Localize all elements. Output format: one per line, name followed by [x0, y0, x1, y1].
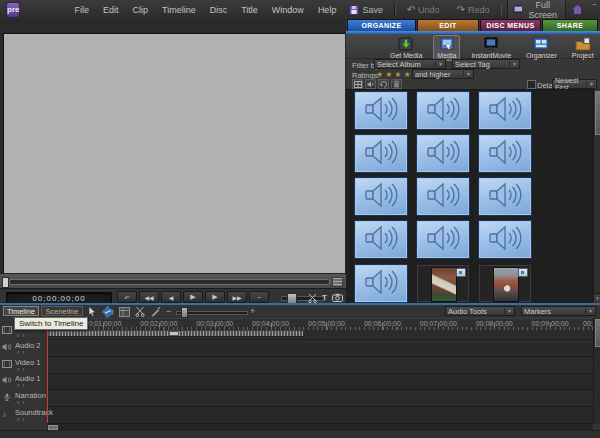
audio-clip-thumbnail[interactable]	[355, 265, 407, 302]
audio-clip-thumbnail[interactable]	[355, 135, 407, 172]
tab-organize[interactable]: ORGANIZE	[347, 19, 416, 31]
track-collapse-arrows[interactable]: ‹›	[17, 399, 28, 406]
step-forward-button[interactable]: ▶	[205, 291, 225, 303]
menu-item-edit[interactable]: Edit	[96, 5, 126, 15]
audio-clip-thumbnail[interactable]	[417, 92, 469, 129]
menu-bar: pre FileEditClipTimelineDiscTitleWindowH…	[0, 0, 600, 20]
markers-dropdown[interactable]: Markers ▼	[521, 306, 596, 316]
speaker-icon	[424, 181, 462, 212]
zoom-in-icon[interactable]: +	[250, 306, 255, 316]
menu-item-clip[interactable]: Clip	[125, 5, 155, 15]
marker-widget[interactable]	[332, 277, 343, 287]
time-stretch-tool-icon[interactable]	[102, 306, 114, 318]
audio-tools-dropdown[interactable]: Audio Tools ▼	[445, 306, 515, 316]
scrollbar-thumb[interactable]	[595, 91, 600, 135]
audio-preview-button[interactable]	[365, 79, 376, 89]
audio-clip-thumbnail[interactable]	[355, 178, 407, 215]
app-item-media[interactable]: Media	[433, 35, 460, 61]
window-controls: − □ ×	[592, 0, 600, 9]
delete-button[interactable]	[391, 79, 402, 89]
toolbar-separator	[501, 4, 503, 16]
monitor-panel: 00;00;00;00 ↶◀◀◀▶▶▶▶~ T	[0, 19, 346, 305]
split-clip-tool-icon[interactable]	[135, 306, 145, 317]
work-area-bar[interactable]	[47, 330, 303, 337]
star-icon[interactable]: ★	[376, 70, 383, 79]
undo-button[interactable]: ↶ Undo	[401, 3, 446, 16]
split-clip-icon[interactable]	[308, 293, 317, 303]
track-collapse-arrows[interactable]: ‹›	[17, 349, 28, 356]
media-grid-scrollbar[interactable]: ▾	[593, 89, 600, 302]
step-back-button[interactable]: ◀	[161, 291, 181, 303]
work-area-grip[interactable]	[169, 331, 179, 336]
play-button[interactable]: ▶	[183, 291, 203, 303]
timeline-zoom-handle[interactable]	[181, 307, 188, 318]
thumbnail-view-button[interactable]	[352, 79, 363, 89]
scrollbar-thumb[interactable]	[595, 319, 600, 347]
tab-edit[interactable]: EDIT	[417, 19, 479, 31]
track-collapse-arrows[interactable]: ‹›	[17, 332, 28, 339]
audio-clip-thumbnail[interactable]	[479, 135, 531, 172]
app-item-get-media[interactable]: Get Media	[386, 35, 426, 61]
audio-clip-thumbnail[interactable]	[479, 221, 531, 258]
menu-item-disc[interactable]: Disc	[203, 5, 235, 15]
audio-clip-thumbnail[interactable]	[479, 178, 531, 215]
app-item-instantmovie[interactable]: InstantMovie	[467, 35, 515, 61]
track-collapse-arrows[interactable]: ‹›	[17, 366, 28, 373]
track-collapse-arrows[interactable]: ‹›	[17, 416, 28, 423]
shuttle-mode-button[interactable]: ~	[249, 291, 269, 303]
app-item-project[interactable]: Project	[568, 35, 598, 61]
track-collapse-arrows[interactable]: ‹›	[17, 382, 28, 389]
photo-thumbnail[interactable]	[417, 265, 469, 302]
add-text-icon[interactable]: T	[322, 293, 327, 302]
chevron-down-icon: ▼	[463, 71, 471, 77]
timeline-tracks-area[interactable]	[47, 330, 594, 423]
timeline-tools	[88, 306, 161, 317]
task-panel-tabs: ORGANIZEEDITDISC MENUSSHARE	[347, 19, 599, 31]
rewind-button[interactable]: ◀◀	[139, 291, 159, 303]
minimize-button[interactable]: −	[592, 0, 597, 9]
go-to-previous-edit-button[interactable]: ↶	[117, 291, 137, 303]
properties-icon[interactable]	[119, 307, 130, 317]
redo-button[interactable]: ↷ Redo	[451, 3, 496, 16]
sort-order-dropdown[interactable]: Newest First ▼	[552, 79, 597, 89]
audio-clip-thumbnail[interactable]	[355, 221, 407, 258]
menu-item-help[interactable]: Help	[311, 5, 344, 15]
select-album-dropdown[interactable]: Select Album ▼	[374, 59, 446, 69]
freeze-frame-camera-icon[interactable]	[332, 293, 343, 302]
pen-tool-icon[interactable]	[150, 306, 161, 317]
details-checkbox[interactable]	[527, 80, 536, 89]
audio-clip-thumbnail[interactable]	[355, 92, 407, 129]
scroll-down-arrow[interactable]: ▾	[594, 293, 600, 302]
tab-disc-menus[interactable]: DISC MENUS	[480, 19, 541, 31]
step-back-icon: ◀	[169, 294, 174, 301]
audio-clip-thumbnail[interactable]	[417, 135, 469, 172]
rotate-button[interactable]	[378, 79, 389, 89]
timeline-vertical-scrollbar[interactable]	[593, 318, 600, 423]
star-icon[interactable]: ★	[404, 70, 411, 79]
photo-thumbnail[interactable]	[479, 265, 531, 302]
star-icon[interactable]: ★	[394, 70, 401, 79]
menu-item-file[interactable]: File	[67, 5, 96, 15]
audio-clip-thumbnail[interactable]	[479, 92, 531, 129]
tab-timeline[interactable]: Timeline	[3, 306, 39, 316]
and-higher-dropdown[interactable]: and higher ▼	[412, 69, 474, 79]
audio-clip-thumbnail[interactable]	[417, 178, 469, 215]
app-item-organizer[interactable]: Organizer	[522, 35, 561, 61]
star-icon[interactable]: ★	[385, 70, 392, 79]
seek-groove[interactable]	[9, 279, 330, 285]
audio-clip-thumbnail[interactable]	[417, 221, 469, 258]
menu-item-title[interactable]: Title	[234, 5, 265, 15]
home-icon[interactable]	[571, 4, 581, 15]
seek-handle[interactable]	[2, 277, 9, 288]
save-button[interactable]: Save	[343, 4, 389, 16]
selection-tool-icon[interactable]	[88, 306, 97, 317]
playhead[interactable]	[47, 318, 48, 423]
tab-share[interactable]: SHARE	[542, 19, 598, 31]
tab-sceneline[interactable]: Sceneline	[41, 306, 83, 316]
fast-forward-button[interactable]: ▶▶	[227, 291, 247, 303]
menu-item-window[interactable]: Window	[265, 5, 311, 15]
menu-item-timeline[interactable]: Timeline	[155, 5, 203, 15]
select-tag-dropdown[interactable]: Select Tag ▼	[452, 59, 520, 69]
zoom-out-icon[interactable]: −	[166, 306, 171, 316]
speaker-icon	[486, 181, 524, 212]
